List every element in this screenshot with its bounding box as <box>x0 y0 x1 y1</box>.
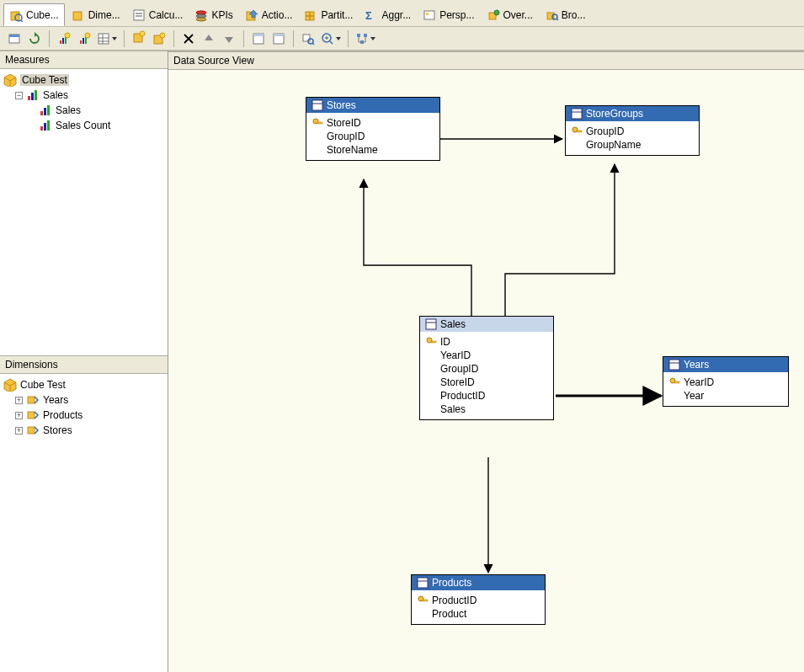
key-icon <box>668 376 680 388</box>
partition-icon <box>304 8 317 22</box>
table-column[interactable]: Sales <box>425 403 548 416</box>
table-columns: ID YearID GroupID StoreID ProductID Sale… <box>420 332 553 419</box>
table-column[interactable]: GroupName <box>571 138 694 152</box>
toolbar-btn-find[interactable] <box>299 29 317 48</box>
tab-label: Calcu... <box>149 9 184 21</box>
dsv-title-label: Data Source View <box>173 55 254 67</box>
svg-line-2 <box>21 20 23 22</box>
tab-strip: Cube... Dime... Calcu... KPIs Actio... P… <box>0 0 804 27</box>
measures-panel-header: Measures <box>0 51 168 69</box>
toolbar-btn-zoom[interactable] <box>319 29 343 48</box>
dimension-item[interactable]: + Products <box>2 408 166 423</box>
tab-browser[interactable]: Bro... <box>540 3 591 26</box>
column-label: ProductID <box>440 390 485 402</box>
tab-overview[interactable]: Over... <box>482 3 538 26</box>
toolbar-separator <box>49 30 50 47</box>
dimension-item[interactable]: + Stores <box>2 423 166 438</box>
toolbar-btn-table-b[interactable] <box>269 29 288 48</box>
expand-toggle[interactable]: + <box>15 412 23 419</box>
tab-calculations[interactable]: Calcu... <box>127 3 189 26</box>
svg-rect-71 <box>317 122 322 124</box>
svg-point-18 <box>494 10 499 15</box>
table-header[interactable]: StoreGroups <box>566 106 699 121</box>
table-title: Sales <box>440 318 466 330</box>
toolbar-btn-delete[interactable] <box>179 29 198 48</box>
table-storegroups[interactable]: StoreGroups GroupID GroupName <box>565 105 700 156</box>
svg-rect-57 <box>31 93 34 100</box>
table-column[interactable]: StoreID <box>311 116 434 130</box>
svg-rect-83 <box>674 381 679 383</box>
table-header[interactable]: Sales <box>420 317 553 332</box>
tab-aggregations[interactable]: Σ Aggr... <box>359 3 416 26</box>
dimension-item[interactable]: + Years <box>2 392 166 408</box>
table-column[interactable]: GroupID <box>425 362 548 376</box>
table-stores[interactable]: Stores StoreID GroupID StoreName <box>306 97 440 161</box>
expand-toggle[interactable]: + <box>15 427 23 435</box>
svg-point-9 <box>196 18 206 21</box>
action-icon <box>245 8 258 22</box>
tab-actions[interactable]: Actio... <box>240 3 298 26</box>
table-column[interactable]: YearID <box>425 349 548 362</box>
svg-rect-65 <box>28 397 35 403</box>
svg-rect-79 <box>431 341 436 343</box>
measure-item[interactable]: Sales <box>2 103 166 118</box>
toolbar-btn-add-dim[interactable] <box>130 29 148 48</box>
main: Measures Cube Test − Sales Sales Sales C… <box>0 51 804 672</box>
dsv-canvas[interactable]: Stores StoreID GroupID StoreName <box>168 72 804 672</box>
table-columns: YearID Year <box>663 372 788 406</box>
toolbar-btn-add-linked[interactable] <box>150 29 168 48</box>
table-icon <box>425 318 437 330</box>
toolbar-btn-new-measure[interactable] <box>55 29 73 48</box>
toolbar-btn-1[interactable] <box>5 29 24 48</box>
bar-chart-icon <box>26 88 40 102</box>
column-label: Sales <box>440 403 466 415</box>
measure-group[interactable]: − Sales <box>2 88 166 103</box>
table-column[interactable]: ProductID <box>425 389 548 403</box>
table-icon <box>571 108 583 120</box>
tab-label: Over... <box>503 9 533 21</box>
table-sales[interactable]: Sales ID YearID GroupID StoreID ProductI… <box>419 316 554 420</box>
tab-partitions[interactable]: Partit... <box>299 3 358 26</box>
toolbar-btn-tree-view[interactable] <box>354 29 377 48</box>
svg-rect-64 <box>47 120 50 131</box>
collapse-toggle[interactable]: − <box>15 92 23 99</box>
table-column[interactable]: StoreName <box>311 143 434 157</box>
tab-perspectives[interactable]: Persp... <box>418 3 479 26</box>
table-column[interactable]: Product <box>417 607 540 621</box>
column-label: StoreID <box>327 117 361 129</box>
table-column[interactable]: StoreID <box>425 376 548 389</box>
expand-toggle[interactable]: + <box>15 397 23 404</box>
table-column[interactable]: ProductID <box>417 594 540 607</box>
table-column[interactable]: GroupID <box>311 130 434 143</box>
measure-item[interactable]: Sales Count <box>2 118 166 133</box>
table-column[interactable]: GroupID <box>571 125 694 138</box>
measure-label: Sales <box>56 104 81 116</box>
tab-kpis[interactable]: KPIs <box>189 3 237 26</box>
measures-root[interactable]: Cube Test <box>2 72 166 88</box>
column-label: GroupName <box>586 139 641 151</box>
tab-cube[interactable]: Cube... <box>3 3 65 26</box>
tab-label: Cube... <box>26 9 59 21</box>
table-column[interactable]: ID <box>425 335 548 349</box>
toolbar-btn-move-up[interactable] <box>200 29 218 48</box>
tab-dimensions[interactable]: Dime... <box>67 3 125 26</box>
toolbar-btn-grid[interactable] <box>95 29 119 48</box>
toolbar-btn-new-measure-group[interactable] <box>75 29 93 48</box>
toolbar-btn-move-down[interactable] <box>220 29 238 48</box>
toolbar-btn-refresh[interactable] <box>25 29 44 48</box>
table-column[interactable]: YearID <box>668 376 783 389</box>
table-header[interactable]: Stores <box>306 98 439 113</box>
table-years[interactable]: Years YearID Year <box>663 356 789 407</box>
dimensions-root[interactable]: Cube Test <box>2 377 166 392</box>
table-header[interactable]: Products <box>412 575 545 590</box>
measure-label: Sales Count <box>56 120 110 131</box>
table-column[interactable]: Year <box>668 389 783 403</box>
toolbar-btn-table-a[interactable] <box>249 29 268 48</box>
svg-rect-72 <box>572 109 582 119</box>
svg-rect-68 <box>312 100 322 110</box>
aggregation-icon: Σ <box>365 8 378 22</box>
table-header[interactable]: Years <box>663 357 788 372</box>
svg-rect-80 <box>669 360 679 370</box>
table-products[interactable]: Products ProductID Product <box>411 574 546 625</box>
svg-rect-56 <box>28 96 30 100</box>
